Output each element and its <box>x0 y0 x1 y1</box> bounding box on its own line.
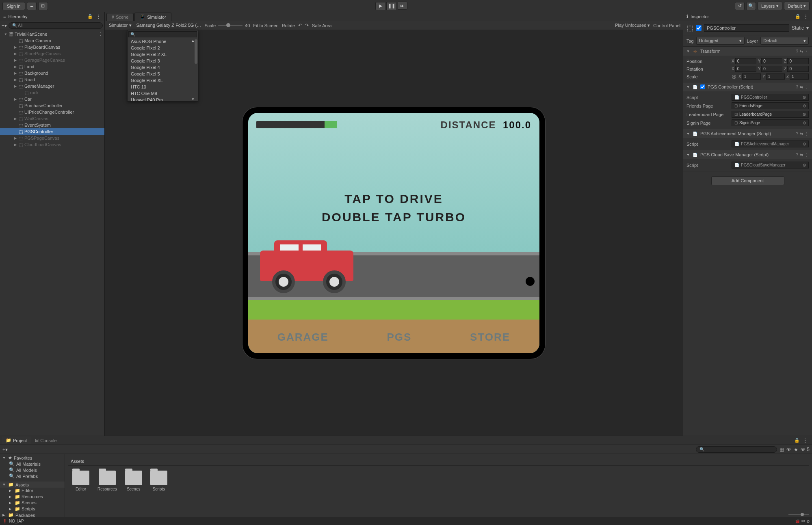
device-option[interactable]: HTC 10 <box>128 84 198 90</box>
hierarchy-item[interactable]: ⬚rock <box>0 89 104 96</box>
breadcrumb[interactable]: Assets <box>68 457 809 466</box>
panel-menu-icon[interactable]: ⋮ <box>95 13 101 20</box>
device-option[interactable]: Huawei P40 Pro▼ <box>128 97 198 101</box>
project-folder-item[interactable]: ▶📁 Resources <box>0 494 65 500</box>
hierarchy-item[interactable]: ▶⬚Background <box>0 70 104 76</box>
position-y[interactable] <box>761 58 782 64</box>
layer-dropdown[interactable]: Default▾ <box>760 37 809 45</box>
hierarchy-item[interactable]: ▶⬚WaitCanvas <box>0 115 104 122</box>
add-icon[interactable]: +▾ <box>2 447 8 452</box>
hierarchy-item[interactable]: ▶⬚PGSPageCanvas <box>0 135 104 141</box>
asset-folder[interactable]: Scenes <box>125 471 142 491</box>
device-option[interactable]: HTC One M9 <box>128 90 198 97</box>
scale-z[interactable] <box>790 73 809 80</box>
all-models[interactable]: 🔍 All Models <box>0 467 65 473</box>
simulator-mode-dropdown[interactable]: Simulator ▾ <box>107 22 133 29</box>
add-component-button[interactable]: Add Component <box>711 176 784 185</box>
static-dropdown-icon[interactable]: ▾ <box>806 25 809 31</box>
signin-button[interactable]: Sign in <box>2 2 25 10</box>
mail-icon[interactable]: ✉ <box>801 519 805 523</box>
leaderboard-field[interactable]: ⊡ LeaderboardPage⊙ <box>732 111 809 118</box>
pause-button[interactable]: ❚❚ <box>386 2 396 10</box>
asset-size-slider[interactable] <box>788 514 809 515</box>
asset-folder[interactable]: Resources <box>97 471 117 491</box>
pgs-controller-header[interactable]: ▼ 📄 PGS Controller (Script) ?⇆⋮ <box>683 82 812 91</box>
cloud-icon[interactable]: ☁ <box>27 2 37 10</box>
device-option[interactable]: Google Pixel 4 <box>128 64 198 71</box>
gameobject-name-input[interactable] <box>704 24 789 32</box>
rotation-y[interactable] <box>761 66 782 72</box>
device-option[interactable]: Google Pixel 5 <box>128 71 198 77</box>
assets-root[interactable]: ▼📁 Assets <box>0 482 65 488</box>
add-icon[interactable]: +▾ <box>2 23 7 28</box>
hierarchy-item[interactable]: ⬚PurchaseController <box>0 102 104 109</box>
help-icon[interactable]: ? <box>796 85 798 89</box>
hierarchy-item[interactable]: ⬚EventSystem <box>0 122 104 128</box>
layers-dropdown[interactable]: Layers ▾ <box>758 2 782 10</box>
rotation-z[interactable] <box>787 66 809 72</box>
link-icon[interactable]: ⛓ <box>732 74 736 79</box>
device-search-input[interactable] <box>128 31 197 37</box>
help-icon[interactable]: ? <box>796 132 798 136</box>
filter-icon[interactable]: ▦ <box>780 447 784 452</box>
garage-button[interactable]: GARAGE <box>277 331 329 344</box>
project-folder-item[interactable]: ▶📁 Editor <box>0 488 65 494</box>
game-screen[interactable]: DISTANCE 100.0 TAP TO DRIVE DOUBLE TAP T… <box>248 113 539 353</box>
preset-icon[interactable]: ⇆ <box>800 132 803 136</box>
store-button[interactable]: STORE <box>470 331 510 344</box>
device-option[interactable]: Google Pixel XL <box>128 77 198 84</box>
rotation-x[interactable] <box>735 66 756 72</box>
hierarchy-item[interactable]: ▶⬚GameManager <box>0 83 104 89</box>
device-option[interactable]: Google Pixel 2 XL <box>128 51 198 58</box>
packages-root[interactable]: ▶📁 Packages <box>0 512 65 517</box>
component-enabled-checkbox[interactable] <box>700 84 705 89</box>
fit-to-screen-button[interactable]: Fit to Screen <box>253 23 278 28</box>
scene-root[interactable]: ▼ 🎬 TrivialKartScene ⋮ <box>0 31 104 37</box>
tab-console[interactable]: ⊟Console <box>31 436 61 444</box>
search-icon[interactable]: 🔍 <box>746 2 756 10</box>
tab-simulator[interactable]: 📱Simulator <box>134 13 171 21</box>
hierarchy-search[interactable]: 🔍 All <box>9 22 103 29</box>
help-icon[interactable]: ? <box>796 49 798 54</box>
hierarchy-item[interactable]: ▶⬚CloudLoadCanvas <box>0 141 104 148</box>
friends-field[interactable]: ⊡ FriendsPage⊙ <box>732 102 809 109</box>
dropdown-scrollbar[interactable] <box>195 39 197 64</box>
gameobject-active-checkbox[interactable] <box>696 25 702 31</box>
hierarchy-item[interactable]: ▶⬚Car <box>0 96 104 102</box>
menu-icon[interactable]: ⋮ <box>805 49 809 54</box>
hierarchy-item[interactable]: ⬚UIPriceChangeController <box>0 109 104 115</box>
preset-icon[interactable]: ⇆ <box>800 153 803 157</box>
panel-menu-icon[interactable]: ⋮ <box>803 13 809 20</box>
undo-history-icon[interactable]: ↺ <box>735 2 745 10</box>
lock-icon[interactable]: 🔒 <box>795 14 801 19</box>
transform-header[interactable]: ▼ ⊹ Transform ?⇆⋮ <box>683 47 812 56</box>
rotate-cw-icon[interactable]: ↷ <box>305 23 309 28</box>
step-button[interactable]: ⏭ <box>398 2 407 10</box>
scale-y[interactable] <box>766 73 785 80</box>
hierarchy-item[interactable]: ⬚Main Camera <box>0 37 104 44</box>
scale-x[interactable] <box>742 73 761 80</box>
scale-slider[interactable] <box>218 25 243 26</box>
pgs-cloud-header[interactable]: ▼ 📄 PGS Cloud Save Manager (Script) ?⇆⋮ <box>683 150 812 159</box>
signin-field[interactable]: ⊡ SigninPage⊙ <box>732 119 809 126</box>
asset-folder[interactable]: Editor <box>72 471 89 491</box>
menu-icon[interactable]: ⋮ <box>805 85 809 89</box>
hierarchy-item[interactable]: ⬚PGSController <box>0 128 104 135</box>
project-search[interactable]: 🔍 <box>696 446 777 453</box>
position-z[interactable] <box>787 58 809 64</box>
hidden-icon[interactable]: 👁 <box>786 447 791 452</box>
play-focus-dropdown[interactable]: Play Unfocused ▾ <box>615 23 650 28</box>
menu-icon[interactable]: ⋮ <box>805 132 809 136</box>
rotate-ccw-icon[interactable]: ↶ <box>298 23 302 28</box>
grid-icon[interactable]: ⊞ <box>38 2 48 10</box>
asset-folder[interactable]: Scripts <box>150 471 167 491</box>
project-folder-item[interactable]: ▶📁 Scenes <box>0 500 65 506</box>
lock-icon[interactable]: 🔒 <box>87 14 93 19</box>
hierarchy-item[interactable]: ▶⬚GaragePageCanvas <box>0 57 104 63</box>
device-option[interactable]: Google Pixel 3 <box>128 58 198 64</box>
device-selector[interactable]: Samsung Galaxy Z Fold2 5G (Ta▾ <box>136 23 201 28</box>
device-option[interactable]: Google Pixel 2 <box>128 45 198 51</box>
pgs-achievement-header[interactable]: ▼ 📄 PGS Achievement Manager (Script) ?⇆⋮ <box>683 129 812 138</box>
tab-scene[interactable]: #Scene <box>106 13 134 21</box>
layout-dropdown[interactable]: Default ▾ <box>784 2 810 10</box>
